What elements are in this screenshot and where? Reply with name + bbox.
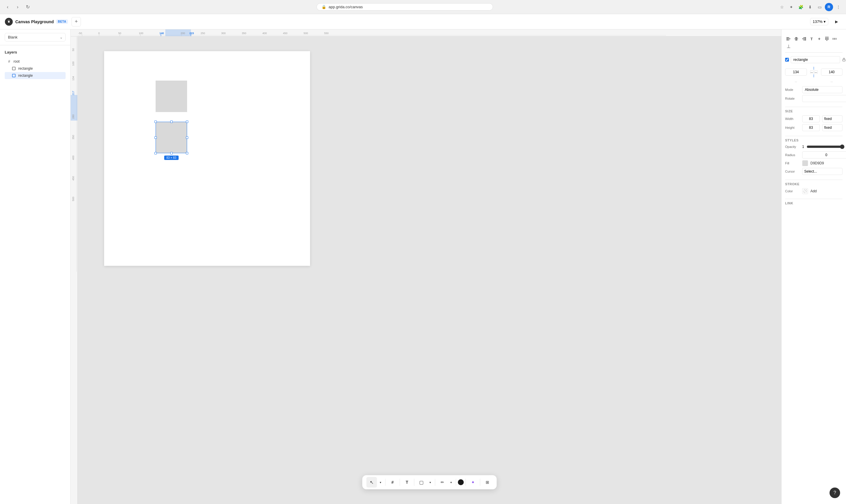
menu-button[interactable]: ⋮ — [834, 3, 843, 11]
divider-3 — [785, 180, 843, 180]
svg-text:0: 0 — [98, 32, 100, 35]
topbar: Canvas Playground BETA + 137% ▾ ▶ — [0, 14, 846, 30]
align-left-button[interactable] — [785, 35, 792, 42]
opacity-row: Opacity 1 — [785, 144, 843, 149]
link-controls: — — — [809, 67, 818, 77]
toolbar-divider-3 — [414, 479, 415, 486]
handle-mr[interactable] — [186, 137, 188, 139]
height-input[interactable] — [802, 124, 820, 131]
element-name-input[interactable] — [791, 56, 840, 63]
handle-ml[interactable] — [155, 137, 157, 139]
x-input-group — [821, 69, 843, 76]
distribute-h-button[interactable] — [831, 35, 838, 42]
align-right-button[interactable] — [800, 35, 808, 42]
svg-text:223: 223 — [190, 32, 194, 35]
select-dropdown-button[interactable]: ▾ — [378, 477, 384, 488]
color-picker-button[interactable] — [458, 479, 464, 485]
cursor-select[interactable]: Select... — [802, 168, 843, 175]
link-section: Link — [785, 201, 843, 205]
element-visible-checkbox[interactable] — [785, 57, 789, 62]
pen-dropdown-button[interactable]: ▾ — [448, 477, 454, 488]
layer-item-root[interactable]: # root — [5, 58, 66, 65]
mode-select[interactable]: Absolute — [802, 86, 843, 93]
opacity-slider[interactable] — [807, 144, 845, 149]
layer-item-rectangle2[interactable]: rectangle — [5, 72, 66, 79]
bookmark-star-button[interactable]: ☆ — [778, 3, 786, 11]
address-bar[interactable]: 🔒 app.grida.co/canvas — [317, 3, 493, 11]
x-position-input[interactable] — [821, 69, 843, 76]
mode-label: Mode — [785, 88, 800, 91]
handle-bm[interactable] — [170, 152, 173, 155]
forward-button[interactable]: › — [14, 3, 22, 11]
puzzle-button[interactable]: 🧩 — [797, 3, 805, 11]
width-constraint-wrapper: fixed — [822, 115, 843, 122]
svg-rect-48 — [803, 40, 806, 40]
svg-text:200: 200 — [181, 32, 185, 35]
handle-br[interactable] — [186, 152, 188, 155]
rotate-input[interactable]: 0 — [802, 95, 846, 102]
radius-row: Radius — [785, 151, 843, 159]
svg-text:50: 50 — [72, 48, 75, 51]
shape-unselected-rectangle[interactable] — [156, 80, 187, 112]
components-button[interactable]: ⊞ — [482, 477, 493, 488]
back-button[interactable]: ‹ — [3, 3, 12, 11]
download-button[interactable]: ⬇ — [806, 3, 814, 11]
bottom-toolbar: ↖ ▾ # T ▢ ▾ ✏ ▾ — [363, 475, 497, 489]
ai-tool-button[interactable]: ✦ — [468, 477, 478, 488]
width-input[interactable] — [802, 115, 820, 122]
align-bottom-button[interactable]: ⊥ — [785, 43, 792, 50]
pen-tool-button[interactable]: ✏ — [437, 477, 448, 488]
split-view-button[interactable]: ▭ — [815, 3, 824, 11]
radius-input[interactable] — [802, 151, 846, 159]
lock-element-button[interactable] — [842, 57, 846, 62]
canvas-frame[interactable]: 83 × 83 — [104, 51, 310, 266]
add-canvas-button[interactable]: + — [71, 17, 81, 26]
add-row-button[interactable]: + — [816, 35, 823, 42]
select-tool-button[interactable]: ↖ — [367, 477, 377, 488]
svg-rect-46 — [803, 37, 806, 38]
link-minus-right[interactable]: — — [814, 70, 818, 74]
play-button[interactable]: ▶ — [832, 17, 841, 26]
text-tool-button[interactable]: T — [402, 477, 412, 488]
width-label: Width — [785, 117, 800, 121]
help-button[interactable]: ? — [830, 488, 840, 498]
toolbar-divider-1 — [385, 479, 386, 486]
handle-bl[interactable] — [155, 152, 157, 155]
svg-text:500: 500 — [303, 32, 308, 35]
align-text-button[interactable]: T — [808, 35, 815, 42]
preset-select[interactable]: Blank — [5, 33, 66, 41]
handle-tr[interactable] — [186, 121, 188, 123]
reload-button[interactable]: ↻ — [23, 3, 32, 11]
logo-icon — [5, 18, 13, 26]
handle-tl[interactable] — [155, 121, 157, 123]
width-constraint-select[interactable]: fixed — [822, 115, 843, 122]
y-position-input[interactable] — [785, 69, 807, 76]
cursor-select-wrapper: Select... — [802, 168, 843, 175]
layer-item-rectangle1[interactable]: rectangle — [5, 65, 66, 72]
align-center-h-button[interactable] — [793, 35, 800, 42]
rect-dropdown-button[interactable]: ▾ — [427, 477, 433, 488]
align-top-button[interactable] — [823, 35, 830, 42]
handle-tm[interactable] — [170, 121, 173, 123]
canvas-content[interactable]: 83 × 83 ↖ ▾ # T ▢ ▾ — [78, 36, 781, 504]
grida-extension-button[interactable]: ✦ — [787, 3, 795, 11]
zoom-control[interactable]: 137% ▾ — [810, 18, 828, 25]
shape-selected-rectangle[interactable]: 83 × 83 — [156, 122, 187, 153]
link-minus-left[interactable]: — — [810, 70, 814, 74]
x-input-group — [785, 69, 807, 76]
dash-left: -- — [785, 80, 807, 84]
stroke-color-swatch[interactable] — [802, 188, 808, 194]
frame-tool-button[interactable]: # — [387, 477, 398, 488]
canvas-viewport-wrapper: 50 100 134 217 280 350 400 450 500 — [71, 36, 781, 504]
align-toolbar: T + ⊥ — [785, 33, 843, 53]
lock-icon: 🔒 — [321, 5, 326, 9]
cursor-row: Cursor Select... — [785, 168, 843, 175]
position-dash-row: -- -- — [785, 80, 843, 84]
fill-color-swatch[interactable] — [802, 160, 808, 166]
toolbar-divider-4 — [435, 479, 435, 486]
stroke-add-label[interactable]: Add — [810, 189, 816, 193]
layer-label-rectangle1: rectangle — [18, 67, 33, 71]
height-constraint-select[interactable]: fixed — [822, 124, 843, 131]
rect-tool-button[interactable]: ▢ — [416, 477, 427, 488]
profile-button[interactable]: R — [825, 3, 833, 11]
